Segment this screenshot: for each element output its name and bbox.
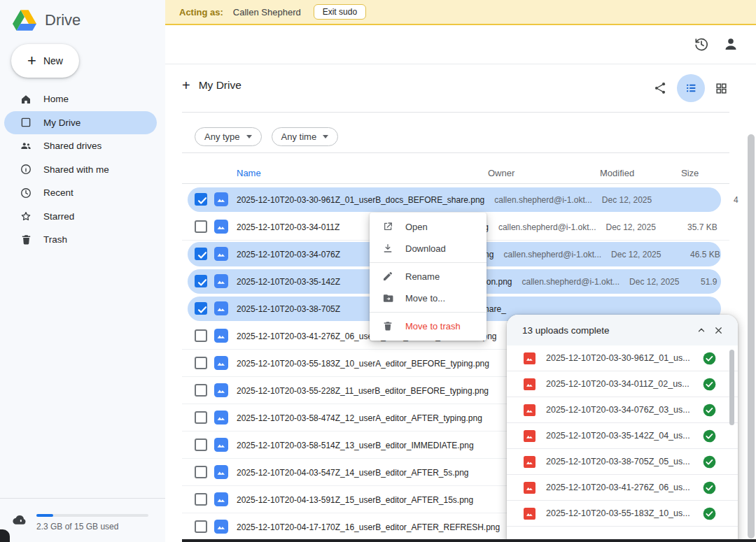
row-checkbox[interactable]: [195, 220, 207, 233]
upload-complete-icon: [703, 455, 716, 469]
upload-complete-icon: [703, 378, 716, 391]
upload-item[interactable]: 2025-12-10T20-03-38-705Z_05_us...: [507, 449, 738, 475]
upload-complete-icon: [703, 481, 716, 494]
menu-item-open[interactable]: Open: [370, 216, 486, 238]
upload-file-name: 2025-12-10T20-03-34-076Z_03_us...: [546, 405, 690, 415]
acting-as-banner: Acting as: Callen Shepherd Exit sudo: [165, 0, 756, 25]
file-name: 2025-12-10T20-03-34-076Z: [237, 250, 340, 259]
image-file-icon: [214, 438, 228, 452]
upload-item[interactable]: 2025-12-10T20-03-34-011Z_02_us...: [507, 371, 738, 397]
column-header-owner[interactable]: Owner: [488, 168, 514, 178]
image-file-icon: [524, 430, 536, 442]
row-checkbox[interactable]: [195, 275, 207, 287]
image-file-icon: [214, 274, 228, 288]
image-file-icon: [214, 356, 228, 370]
image-file-icon: [214, 492, 228, 506]
sort-arrow-icon: ↑: [685, 168, 688, 176]
open-in-new-icon: [382, 221, 394, 233]
sidebar-item-label: My Drive: [43, 117, 80, 128]
row-checkbox[interactable]: [195, 438, 207, 451]
image-file-icon: [214, 329, 228, 343]
sidebar-item-trash[interactable]: Trash: [4, 228, 157, 252]
list-view-toggle[interactable]: [677, 74, 705, 102]
trash-icon: [20, 234, 32, 246]
row-checkbox[interactable]: [195, 493, 207, 506]
upload-file-name: 2025-12-10T20-03-34-011Z_02_us...: [546, 379, 690, 389]
file-row[interactable]: 2025-12-10T20-03-30-961Z_01_userB_docs_B…: [182, 186, 729, 213]
image-file-icon: [214, 301, 228, 315]
menu-item-move-to-trash[interactable]: Move to trash: [370, 315, 486, 337]
menu-item-move-to[interactable]: Move to...: [370, 287, 486, 309]
sidebar-item-my-drive[interactable]: My Drive: [4, 111, 157, 135]
file-owner: callen.shepherd@i-1.okt...: [498, 222, 596, 232]
menu-item-label: Rename: [405, 271, 440, 282]
app-title: Drive: [45, 11, 80, 29]
filter-type-chip[interactable]: Any type: [195, 127, 262, 146]
menu-item-label: Move to...: [405, 293, 445, 304]
upload-item[interactable]: 2025-12-10T20-03-34-076Z_03_us...: [507, 397, 738, 423]
upload-item[interactable]: 2025-12-10T20-03-41-276Z_06_us...: [507, 475, 738, 501]
row-checkbox[interactable]: [195, 302, 207, 315]
share-icon[interactable]: [653, 81, 667, 95]
filter-chips: Any type Any time: [195, 127, 338, 146]
image-file-icon: [524, 404, 536, 416]
list-view-icon: [685, 82, 697, 94]
filter-time-chip[interactable]: Any time: [272, 127, 339, 146]
top-bar: [165, 25, 756, 64]
sidebar-item-recent[interactable]: Recent: [4, 181, 157, 205]
sidebar-item-label: Home: [43, 94, 69, 104]
upload-item[interactable]: 2025-12-10T20-03-35-142Z_04_us...: [507, 423, 738, 449]
row-checkbox[interactable]: [195, 329, 207, 342]
menu-item-download[interactable]: Download: [370, 238, 486, 259]
view-controls: [653, 74, 728, 102]
file-modified: Dec 12, 2025: [611, 250, 661, 259]
row-checkbox[interactable]: [195, 384, 207, 397]
sidebar-item-shared-drives[interactable]: Shared drives: [4, 134, 157, 158]
uploads-list: 2025-12-10T20-03-30-961Z_01_us...2025-12…: [507, 345, 738, 527]
file-owner: callen.shepherd@i-1.okt...: [494, 195, 592, 205]
sidebar-item-starred[interactable]: Starred: [4, 205, 157, 229]
storage-used-text: 2.3 GB of 15 GB used: [36, 522, 118, 532]
file-size: 4: [734, 195, 738, 205]
sidebar: Drive + New HomeMy DriveShared drivesSha…: [0, 0, 165, 542]
file-modified: Dec 12, 2025: [602, 195, 652, 205]
collapse-icon[interactable]: [693, 322, 710, 338]
row-checkbox[interactable]: [195, 520, 207, 533]
sort-arrow-icon: ↑: [240, 168, 244, 176]
file-size: 51.9: [701, 277, 717, 287]
cloud-storage-icon: [13, 514, 27, 525]
page-header[interactable]: + My Drive: [182, 78, 241, 92]
close-icon[interactable]: [710, 322, 727, 338]
row-checkbox[interactable]: [195, 466, 207, 478]
row-checkbox[interactable]: [195, 193, 207, 206]
sidebar-item-shared-with-me[interactable]: Shared with me: [4, 158, 157, 182]
my-drive-icon: [20, 116, 32, 129]
snackbar-edge: [182, 539, 756, 542]
history-icon[interactable]: [693, 36, 710, 52]
menu-item-rename[interactable]: Rename: [370, 266, 486, 287]
file-name-tail: ion.png: [484, 277, 512, 287]
uploads-panel: 13 uploads complete 2025-12-10T20-03-30-…: [507, 315, 738, 542]
row-checkbox[interactable]: [195, 411, 207, 424]
sidebar-item-home[interactable]: Home: [4, 87, 157, 111]
sidebar-item-label: Shared with me: [43, 164, 109, 175]
account-icon[interactable]: [722, 36, 739, 52]
row-checkbox[interactable]: [195, 248, 207, 260]
row-checkbox[interactable]: [195, 357, 207, 369]
main-scrollbar[interactable]: [748, 134, 755, 539]
new-button[interactable]: + New: [11, 44, 79, 78]
menu-divider: [370, 262, 486, 263]
grid-view-icon[interactable]: [715, 82, 728, 95]
file-name: 2025-12-10T20-03-58-474Z_12_userA_editor…: [237, 413, 482, 423]
plus-icon: +: [182, 78, 190, 92]
acting-as-label: Acting as:: [179, 7, 223, 17]
uploads-scrollbar[interactable]: [729, 350, 734, 425]
upload-item[interactable]: 2025-12-10T20-03-55-183Z_10_us...: [507, 501, 738, 527]
upload-complete-icon: [703, 352, 716, 365]
uploads-panel-header: 13 uploads complete: [507, 315, 738, 345]
upload-file-name: 2025-12-10T20-03-30-961Z_01_us...: [546, 353, 690, 363]
image-file-icon: [214, 247, 228, 261]
upload-item[interactable]: 2025-12-10T20-03-30-961Z_01_us...: [507, 345, 738, 371]
image-file-icon: [524, 378, 536, 390]
exit-sudo-button[interactable]: Exit sudo: [314, 4, 366, 20]
